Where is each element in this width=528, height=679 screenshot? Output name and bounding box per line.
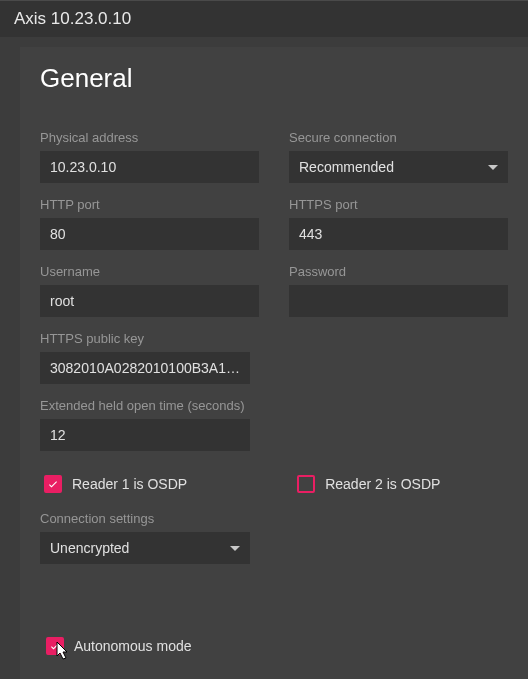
reader2-osdp-label: Reader 2 is OSDP xyxy=(325,476,440,492)
https-port-label: HTTPS port xyxy=(289,197,508,212)
username-input[interactable] xyxy=(40,285,259,317)
secure-connection-value: Recommended xyxy=(299,159,394,175)
http-port-label: HTTP port xyxy=(40,197,259,212)
autonomous-mode-item: Autonomous mode xyxy=(46,637,192,655)
autonomous-mode-checkbox[interactable] xyxy=(46,637,64,655)
secure-connection-label: Secure connection xyxy=(289,130,508,145)
password-label: Password xyxy=(289,264,508,279)
username-group: Username xyxy=(40,264,259,317)
check-icon xyxy=(47,478,59,490)
reader1-osdp-checkbox[interactable] xyxy=(44,475,62,493)
connection-settings-group: Connection settings Unencrypted xyxy=(40,511,250,564)
extended-held-input[interactable] xyxy=(40,419,250,451)
chevron-down-icon xyxy=(230,546,240,551)
window-header: Axis 10.23.0.10 xyxy=(0,0,528,37)
physical-address-input[interactable] xyxy=(40,151,259,183)
http-port-group: HTTP port xyxy=(40,197,259,250)
extended-held-label: Extended held open time (seconds) xyxy=(40,398,250,413)
reader1-osdp-label: Reader 1 is OSDP xyxy=(72,476,187,492)
password-group: Password xyxy=(289,264,508,317)
secure-connection-select[interactable]: Recommended xyxy=(289,151,508,183)
general-panel: General Physical address Secure connecti… xyxy=(20,47,528,679)
extended-held-group: Extended held open time (seconds) xyxy=(40,398,250,451)
https-public-key-input[interactable] xyxy=(40,352,250,384)
chevron-down-icon xyxy=(488,165,498,170)
connection-settings-label: Connection settings xyxy=(40,511,250,526)
reader1-osdp-item: Reader 1 is OSDP xyxy=(44,475,187,493)
connection-settings-value: Unencrypted xyxy=(50,540,129,556)
panel-title: General xyxy=(40,63,508,94)
connection-settings-select[interactable]: Unencrypted xyxy=(40,532,250,564)
https-port-input[interactable] xyxy=(289,218,508,250)
secure-connection-group: Secure connection Recommended xyxy=(289,130,508,183)
physical-address-group: Physical address xyxy=(40,130,259,183)
password-input[interactable] xyxy=(289,285,508,317)
check-icon xyxy=(49,640,61,652)
physical-address-label: Physical address xyxy=(40,130,259,145)
reader2-osdp-item: Reader 2 is OSDP xyxy=(297,475,440,493)
https-public-key-group: HTTPS public key xyxy=(40,331,250,384)
autonomous-mode-label: Autonomous mode xyxy=(74,638,192,654)
https-public-key-label: HTTPS public key xyxy=(40,331,250,346)
username-label: Username xyxy=(40,264,259,279)
window-title: Axis 10.23.0.10 xyxy=(14,9,131,28)
https-port-group: HTTPS port xyxy=(289,197,508,250)
http-port-input[interactable] xyxy=(40,218,259,250)
reader2-osdp-checkbox[interactable] xyxy=(297,475,315,493)
